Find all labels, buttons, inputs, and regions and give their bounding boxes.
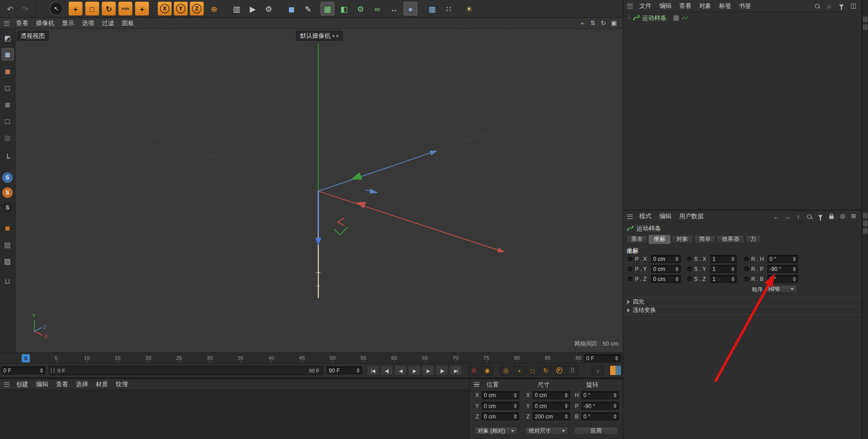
- volume-menu[interactable]: ●: [404, 2, 417, 15]
- xpresso-menu[interactable]: ∷: [442, 2, 455, 15]
- stepper-icon[interactable]: [730, 256, 735, 262]
- attr-position-2-field[interactable]: 0 cm: [651, 275, 681, 283]
- render-picture-button[interactable]: ▶: [246, 2, 259, 15]
- object-menu-0[interactable]: 文件: [636, 2, 656, 10]
- record-position-toggle[interactable]: +: [513, 365, 525, 376]
- panel-tab-icon-a[interactable]: [863, 17, 868, 22]
- material-area[interactable]: [0, 390, 469, 439]
- ruler-frame-field[interactable]: 0 F: [584, 354, 621, 362]
- object-tree[interactable]: └ 运动样条 ✓✓: [623, 12, 861, 209]
- coord-system-toggle[interactable]: ⊕: [207, 2, 221, 15]
- material-menu-2[interactable]: 查看: [52, 380, 72, 388]
- generator-menu[interactable]: ◧: [337, 2, 351, 15]
- apply-button[interactable]: 应用: [574, 427, 618, 435]
- viewport-menu-1[interactable]: 摄像机: [32, 19, 58, 27]
- material-menu-1[interactable]: 编辑: [32, 380, 52, 388]
- stepper-icon[interactable]: [674, 256, 679, 262]
- key-interpolation-button[interactable]: [610, 365, 622, 376]
- fold-0[interactable]: 四元: [623, 297, 861, 306]
- stepper-icon[interactable]: [674, 276, 679, 282]
- live-selection-tool[interactable]: ↖: [49, 2, 63, 15]
- layout-icon[interactable]: ⊞: [850, 213, 858, 220]
- toggle-view-icon[interactable]: ▣: [610, 19, 618, 27]
- z-axis-lock[interactable]: Z: [190, 2, 203, 15]
- model-mode-icon[interactable]: ◼: [1, 48, 14, 61]
- attribute-menu-2[interactable]: 用户数据: [675, 212, 707, 220]
- render-view-button[interactable]: ▥: [230, 2, 243, 15]
- home-icon[interactable]: ⌂: [825, 2, 833, 10]
- object-menu-2[interactable]: 查看: [675, 2, 695, 10]
- coords-size-Z-field[interactable]: 200 cm: [533, 412, 570, 420]
- add-cube-menu[interactable]: ◼: [284, 2, 298, 15]
- timeline-range-slider[interactable]: 0 F 90 F: [49, 366, 323, 375]
- filter-icon[interactable]: [837, 2, 845, 10]
- search-icon[interactable]: [805, 213, 813, 220]
- axis-mode-icon[interactable]: └: [1, 151, 14, 163]
- goto-start-button[interactable]: |◀: [367, 365, 379, 376]
- attribute-menu-1[interactable]: 编辑: [656, 212, 676, 220]
- attr-scale-2-field[interactable]: 1: [710, 275, 737, 283]
- record-parameter-toggle[interactable]: P: [553, 365, 565, 376]
- attr-rotation-0-field[interactable]: 0 °: [767, 255, 798, 263]
- panel-tab-icon-d[interactable]: [863, 220, 868, 226]
- expression-tag-icon[interactable]: [673, 15, 679, 20]
- stepper-icon[interactable]: [563, 403, 568, 409]
- attr-position-1-field[interactable]: 0 cm: [651, 265, 681, 273]
- stepper-icon[interactable]: [355, 368, 360, 373]
- undo-icon[interactable]: ↶: [3, 2, 17, 15]
- lock-icon[interactable]: [828, 213, 835, 220]
- points-mode-icon[interactable]: ◼: [1, 98, 14, 110]
- stepper-icon[interactable]: [791, 266, 796, 272]
- panel-tab-icon-e[interactable]: [863, 228, 868, 234]
- coordinates-menu-button[interactable]: [472, 380, 481, 389]
- stepper-icon[interactable]: [512, 403, 517, 409]
- material-menu-3[interactable]: 选择: [72, 380, 92, 388]
- object-menu-1[interactable]: 编辑: [656, 2, 676, 10]
- redo-icon[interactable]: ↷: [18, 2, 32, 15]
- next-key-button[interactable]: |▶: [436, 365, 449, 376]
- record-pla-toggle[interactable]: ⠿: [566, 365, 579, 376]
- edges-mode-icon[interactable]: ◻: [1, 115, 14, 127]
- keyframe-radio-icon[interactable]: [687, 266, 692, 271]
- current-frame-field[interactable]: 0 F: [1, 366, 45, 374]
- stepper-icon[interactable]: [512, 393, 517, 398]
- coords-position-Z-field[interactable]: 0 cm: [482, 412, 520, 420]
- simulation-menu[interactable]: ∞: [370, 2, 384, 15]
- tab-基本[interactable]: 基本: [626, 235, 647, 244]
- up-icon[interactable]: ↑: [794, 213, 802, 220]
- object-row-mospline[interactable]: └ 运动样条 ✓✓: [623, 12, 861, 23]
- viewport-menu-5[interactable]: 面板: [118, 19, 138, 27]
- tab-力[interactable]: 力: [745, 235, 761, 244]
- attr-rotation-2-field[interactable]: 0 °: [767, 275, 798, 283]
- coords-rotation-P-field[interactable]: -90 °: [581, 402, 619, 410]
- stepper-icon[interactable]: [730, 266, 735, 272]
- viewport-menu-button[interactable]: [2, 19, 11, 27]
- autokey-button[interactable]: ◉: [481, 365, 493, 376]
- stepper-icon[interactable]: [791, 276, 796, 282]
- coords-mode-dropdown[interactable]: 对象 (相对): [474, 427, 518, 435]
- snap-enable-icon[interactable]: S: [2, 172, 13, 183]
- psr-tool[interactable]: PSR: [118, 2, 132, 15]
- y-axis-lock[interactable]: Y: [174, 2, 187, 15]
- stepper-icon[interactable]: [38, 368, 43, 373]
- keyframe-radio-icon[interactable]: [628, 256, 633, 261]
- tab-简单[interactable]: 简单: [694, 235, 716, 244]
- attribute-menu-button[interactable]: [626, 212, 634, 220]
- keyframe-radio-icon[interactable]: [687, 256, 692, 261]
- workplane-mode-icon[interactable]: ◻: [1, 82, 14, 94]
- keyframe-radio-icon[interactable]: [744, 256, 749, 261]
- keyframe-radio-icon[interactable]: [687, 276, 692, 281]
- x-axis-lock[interactable]: X: [158, 2, 172, 15]
- stepper-icon[interactable]: [674, 266, 679, 272]
- filter-icon[interactable]: [817, 213, 824, 220]
- coords-rotation-H-field[interactable]: 0 °: [581, 391, 619, 399]
- stepper-icon[interactable]: [612, 403, 617, 409]
- next-frame-button[interactable]: ▶: [422, 365, 434, 376]
- clamp-icon[interactable]: ⊔: [1, 275, 14, 287]
- record-rotation-toggle[interactable]: ↻: [540, 365, 552, 376]
- material-menu-button[interactable]: [2, 380, 11, 388]
- pivot-tool[interactable]: +: [135, 2, 149, 15]
- stepper-icon[interactable]: [612, 393, 617, 398]
- pattern-b-icon[interactable]: ▨: [1, 255, 14, 267]
- viewport-menu-4[interactable]: 过滤: [98, 19, 118, 27]
